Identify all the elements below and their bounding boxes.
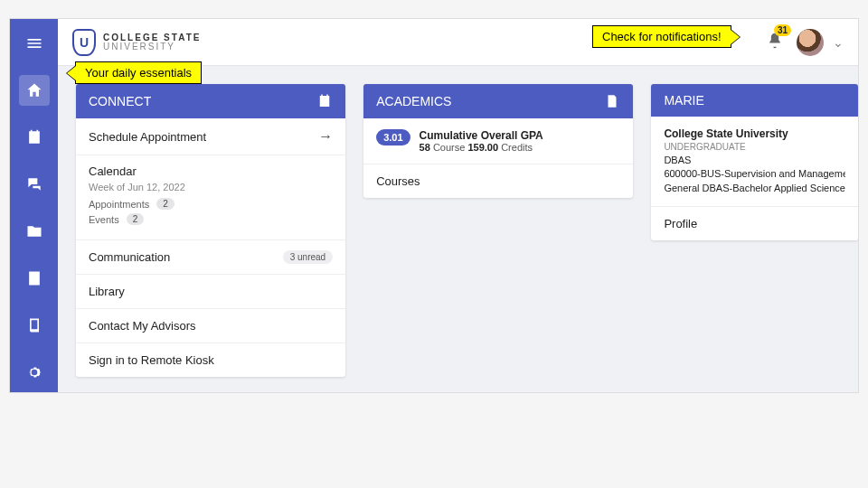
- notifications-badge: 31: [774, 24, 791, 36]
- profile-dept: DBAS: [664, 154, 845, 167]
- gpa-detail: 58 Course 159.00 Credits: [420, 142, 543, 153]
- library-row[interactable]: Library: [76, 275, 345, 309]
- tooltip-home: Your daily essentials: [75, 61, 202, 84]
- logo-text: COLLEGE STATE UNIVERSITY: [103, 33, 201, 52]
- profile-university: College State University: [664, 127, 845, 140]
- calendar-icon: [25, 128, 43, 146]
- connect-title: CONNECT: [89, 94, 151, 108]
- sidebar: [10, 19, 58, 392]
- arrow-right-icon: →: [318, 128, 333, 145]
- unread-badge: 3 unread: [283, 250, 333, 264]
- events-count: 2: [127, 213, 145, 225]
- calendar-week: Week of Jun 12, 2022: [89, 182, 333, 192]
- profile-program-2: General DBAS-Bachelor Applied Science: [664, 182, 845, 195]
- sidebar-settings[interactable]: [19, 357, 50, 388]
- appointments-count: 2: [156, 198, 175, 210]
- profile-program-1: 600000-BUS-Supervision and Management: [664, 167, 845, 181]
- sidebar-calendar[interactable]: [19, 122, 50, 153]
- academics-title: ACADEMICS: [376, 94, 451, 108]
- profile-level: UNDERGRADUATE: [664, 142, 845, 152]
- book-icon: [25, 316, 43, 334]
- calendar-events: Events 2: [89, 213, 333, 225]
- profile-card: MARIE College State University UNDERGRAD…: [651, 84, 858, 240]
- gpa-row[interactable]: 3.01 Cumulative Overall GPA 58 Course 15…: [363, 118, 633, 164]
- calendar-title: Calendar: [89, 164, 333, 178]
- sidebar-menu[interactable]: [19, 28, 50, 59]
- gear-icon: [25, 363, 43, 381]
- profile-link-row[interactable]: Profile: [651, 207, 858, 240]
- sidebar-book[interactable]: [19, 310, 50, 341]
- sidebar-folder[interactable]: [19, 216, 50, 247]
- logo[interactable]: U COLLEGE STATE UNIVERSITY: [72, 29, 201, 56]
- sidebar-contact[interactable]: [19, 263, 50, 294]
- contact-icon: [25, 269, 43, 287]
- academics-header: ACADEMICS: [363, 84, 633, 118]
- calendar-appointments: Appointments 2: [89, 198, 333, 210]
- notifications-button[interactable]: 31: [766, 32, 784, 53]
- account-menu-toggle[interactable]: ⌄: [833, 35, 844, 50]
- menu-icon: [25, 34, 43, 52]
- advisors-row[interactable]: Contact My Advisors: [76, 309, 345, 343]
- chat-icon: [25, 175, 43, 193]
- shield-icon: U: [72, 29, 96, 56]
- connect-card: CONNECT Schedule Appointment → Calendar …: [76, 84, 345, 377]
- tooltip-notifications: Check for notifications!: [592, 25, 731, 48]
- courses-row[interactable]: Courses: [363, 164, 633, 198]
- sidebar-home[interactable]: [19, 75, 50, 106]
- sidebar-chat[interactable]: [19, 169, 50, 200]
- schedule-appointment-row[interactable]: Schedule Appointment →: [76, 118, 345, 155]
- folder-icon: [25, 222, 43, 240]
- calendar-icon[interactable]: [316, 93, 333, 109]
- gpa-label: Cumulative Overall GPA: [420, 129, 543, 142]
- home-icon: [25, 81, 43, 99]
- connect-header: CONNECT: [76, 84, 345, 118]
- profile-title: MARIE: [664, 93, 703, 108]
- kiosk-row[interactable]: Sign in to Remote Kiosk: [76, 343, 345, 377]
- dashboard-content: CONNECT Schedule Appointment → Calendar …: [58, 66, 858, 392]
- profile-block[interactable]: College State University UNDERGRADUATE D…: [651, 117, 858, 207]
- profile-header: MARIE: [651, 84, 858, 117]
- gpa-value: 3.01: [376, 129, 410, 145]
- avatar[interactable]: [797, 29, 824, 56]
- communication-row[interactable]: Communication 3 unread: [76, 240, 345, 275]
- academics-card: ACADEMICS 3.01 Cumulative Overall GPA 58…: [363, 84, 633, 198]
- document-icon[interactable]: [604, 93, 620, 109]
- calendar-block[interactable]: Calendar Week of Jun 12, 2022 Appointmen…: [76, 155, 345, 240]
